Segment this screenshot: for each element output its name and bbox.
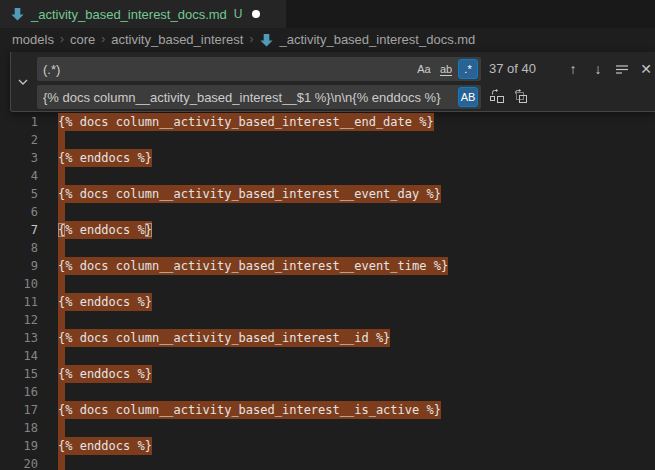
line-number: 1	[0, 113, 38, 131]
empty-line-match[interactable]	[58, 455, 65, 470]
line-number: 4	[0, 167, 38, 185]
editor-line[interactable]: 6	[0, 203, 655, 221]
editor-line[interactable]: 3{% enddocs %}	[0, 149, 655, 167]
replace-input-box: AB	[37, 85, 481, 109]
editor-line[interactable]: 18	[0, 419, 655, 437]
line-number: 17	[0, 401, 38, 419]
code-text-match[interactable]: {% enddocs %}	[58, 365, 152, 383]
regex-toggle[interactable]: .*	[458, 59, 478, 79]
editor-line[interactable]: 1{% docs column__activity_based_interest…	[0, 113, 655, 131]
preserve-case-toggle[interactable]: AB	[458, 87, 478, 107]
line-number: 8	[0, 239, 38, 257]
empty-line-match[interactable]	[58, 383, 65, 401]
line-number: 20	[0, 455, 38, 470]
match-case-toggle[interactable]: Aa	[414, 59, 434, 79]
whole-word-label: ab	[440, 63, 452, 76]
markdown-file-icon	[10, 7, 25, 22]
tab-filename: _activity_based_interest_docs.md	[31, 7, 227, 22]
editor-line[interactable]: 17{% docs column__activity_based_interes…	[0, 401, 655, 419]
line-number: 16	[0, 383, 38, 401]
find-input-box: Aa ab .*	[37, 57, 481, 81]
empty-line-match[interactable]	[58, 203, 65, 221]
editor-line[interactable]: 13{% docs column__activity_based_interes…	[0, 329, 655, 347]
replace-toggles: AB	[458, 87, 478, 107]
code-text-match[interactable]: {% enddocs %}	[58, 221, 152, 239]
editor-line[interactable]: 11{% enddocs %}	[0, 293, 655, 311]
empty-line-match[interactable]	[58, 131, 65, 149]
editor-line[interactable]: 2	[0, 131, 655, 149]
editor-line[interactable]: 4	[0, 167, 655, 185]
empty-line-match[interactable]	[58, 419, 65, 437]
editor-line[interactable]: 12	[0, 311, 655, 329]
breadcrumb-separator: ›	[60, 32, 64, 46]
empty-line-match[interactable]	[58, 347, 65, 365]
breadcrumb-item[interactable]: core	[70, 32, 95, 47]
breadcrumb-item[interactable]: activity_based_interest	[111, 32, 243, 47]
breadcrumb-separator: ›	[249, 32, 253, 46]
editor-line[interactable]: 5{% docs column__activity_based_interest…	[0, 185, 655, 203]
vscode-editor-window: _activity_based_interest_docs.md U model…	[0, 0, 655, 470]
next-match-button[interactable]: ↓	[588, 59, 608, 79]
editor-line[interactable]: 7{% enddocs %}	[0, 221, 655, 239]
editor-line[interactable]: 16	[0, 383, 655, 401]
editor-line[interactable]: 15{% enddocs %}	[0, 365, 655, 383]
editor-lines[interactable]: 1{% docs column__activity_based_interest…	[0, 113, 655, 470]
line-number: 3	[0, 149, 38, 167]
code-text-match[interactable]: {% docs column__activity_based_interest_…	[58, 113, 434, 131]
toggle-replace-button[interactable]	[11, 52, 35, 112]
tab-bar: _activity_based_interest_docs.md U	[0, 0, 655, 28]
editor-line[interactable]: 9{% docs column__activity_based_interest…	[0, 257, 655, 275]
line-number: 9	[0, 257, 38, 275]
code-text-match[interactable]: {% docs column__activity_based_interest_…	[58, 329, 390, 347]
replace-button[interactable]	[487, 86, 507, 106]
code-text-match[interactable]: {% docs column__activity_based_interest_…	[58, 401, 441, 419]
git-untracked-badge: U	[234, 7, 243, 21]
line-number: 13	[0, 329, 38, 347]
matched-bracket: }	[145, 223, 152, 237]
empty-line-match[interactable]	[58, 239, 65, 257]
editor-line[interactable]: 20	[0, 455, 655, 470]
close-find-widget-button[interactable]: ✕	[636, 59, 655, 79]
breadcrumb: models›core›activity_based_interest› _ac…	[0, 28, 655, 50]
code-text-match[interactable]: {% docs column__activity_based_interest_…	[58, 185, 441, 203]
code-text-match[interactable]: {% enddocs %}	[58, 437, 152, 455]
match-count: 37 of 40	[489, 57, 536, 81]
find-in-selection-button[interactable]	[612, 59, 632, 79]
breadcrumb-item[interactable]: models	[12, 32, 54, 47]
whole-word-toggle[interactable]: ab	[436, 59, 456, 79]
replace-all-button[interactable]	[510, 86, 530, 106]
line-number: 2	[0, 131, 38, 149]
tab-activity-based-interest-docs[interactable]: _activity_based_interest_docs.md U	[0, 0, 286, 28]
replace-all-icon	[512, 88, 528, 104]
previous-match-button[interactable]: ↑	[563, 59, 583, 79]
code-text-match[interactable]: {% enddocs %}	[58, 149, 152, 167]
line-number: 19	[0, 437, 38, 455]
markdown-icon-slot	[10, 7, 25, 22]
breadcrumb-separator: ›	[101, 32, 105, 46]
line-number: 12	[0, 311, 38, 329]
editor-line[interactable]: 10	[0, 275, 655, 293]
matched-bracket: {	[58, 223, 65, 237]
line-number: 18	[0, 419, 38, 437]
breadcrumb-item[interactable]: _activity_based_interest_docs.md	[279, 32, 475, 47]
find-toggles: Aa ab .*	[414, 59, 478, 79]
code-text-match[interactable]: {% enddocs %}	[58, 293, 152, 311]
replace-input[interactable]	[37, 85, 481, 109]
markdown-file-icon	[259, 33, 274, 48]
find-in-selection-icon	[615, 62, 629, 76]
chevron-down-icon	[17, 76, 29, 88]
line-number: 7	[0, 221, 38, 239]
empty-line-match[interactable]	[58, 275, 65, 293]
editor-line[interactable]: 19{% enddocs %}	[0, 437, 655, 455]
code-text-match[interactable]: {% docs column__activity_based_interest_…	[58, 257, 448, 275]
find-replace-widget: Aa ab .* 37 of 40 ↑ ↓ ✕ AB	[10, 52, 655, 112]
line-number: 15	[0, 365, 38, 383]
editor-line[interactable]: 14	[0, 347, 655, 365]
unsaved-changes-dot[interactable]	[252, 10, 260, 18]
replace-icon	[489, 88, 505, 104]
line-number: 10	[0, 275, 38, 293]
empty-line-match[interactable]	[58, 167, 65, 185]
line-number: 5	[0, 185, 38, 203]
empty-line-match[interactable]	[58, 311, 65, 329]
editor-line[interactable]: 8	[0, 239, 655, 257]
